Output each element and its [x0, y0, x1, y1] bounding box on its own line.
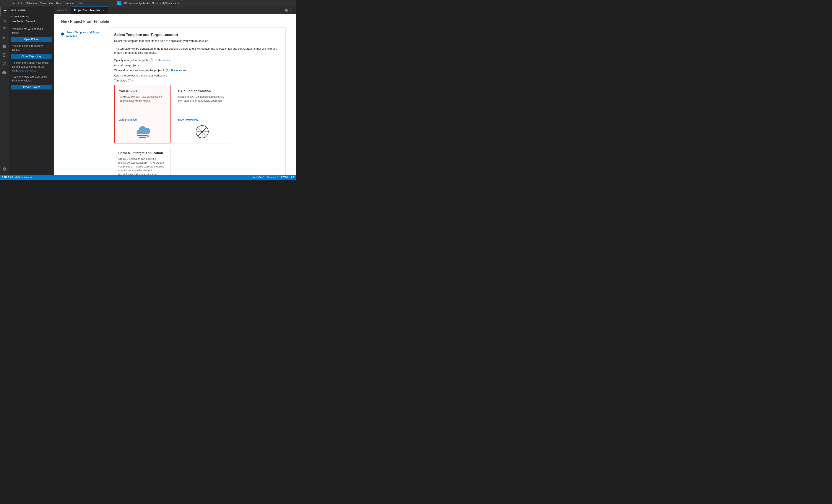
clone-repo-button[interactable]: Clone Repository — [11, 54, 52, 59]
open-preferences-link[interactable]: Preferences — [171, 69, 186, 72]
tab-project-label: Project From Template — [74, 9, 100, 12]
wizard-nav: Select Template and Target Location — [61, 27, 109, 175]
wizard-step-1: Select Template and Target Location — [61, 29, 109, 39]
cap-card-icon — [119, 124, 166, 139]
menu-go[interactable]: Go — [48, 0, 54, 6]
open-location-value: Open the project in a multi-root workspa… — [114, 74, 280, 77]
open-editors-label: Open Editors — [12, 15, 29, 18]
activity-scissors-icon[interactable] — [0, 59, 9, 68]
fiori-card-description: Create an SAPUI5 application using SAP F… — [178, 95, 226, 116]
required-indicator: * — [132, 79, 133, 82]
no-folder-header[interactable]: ▾ No Folder Opened — [9, 19, 54, 24]
activity-bar — [0, 6, 9, 175]
folder-path-label: Specify a target folder path — [114, 58, 148, 62]
menu-run[interactable]: Run — [54, 0, 62, 6]
read-docs-link[interactable]: read our docs — [19, 69, 35, 72]
status-right: Ln 1, Col 1 Spaces: 2 UTF-8 LF — [252, 176, 294, 179]
layout-icon[interactable] — [289, 8, 294, 12]
menu-help[interactable]: Help — [76, 0, 85, 6]
no-folder-title-label: No Folder Opened — [12, 20, 35, 23]
sidebar-header: Explorer ⋯ — [9, 6, 54, 14]
tab-welcome-label: Welcome — [57, 9, 68, 12]
tab-actions — [282, 6, 296, 14]
open-editors-chevron: ▾ — [10, 16, 12, 18]
menu-selection[interactable]: Selection — [24, 0, 38, 6]
wizard-layout: Select Template and Target Location Sele… — [61, 27, 286, 175]
split-editor-icon[interactable] — [284, 8, 289, 12]
open-editors-header[interactable]: ▾ Open Editors — [9, 14, 54, 19]
folder-path-help-icon[interactable]: ? — [150, 58, 153, 62]
status-sap: SAP BAS — [2, 176, 13, 179]
cap-project-card[interactable]: CAP Project Creates a new SAP Cloud Appl… — [114, 85, 171, 143]
activity-settings-icon[interactable] — [0, 165, 9, 173]
tab-welcome[interactable]: Welcome — [54, 6, 72, 14]
activity-source-control-icon[interactable] — [0, 25, 9, 33]
status-bar: SAP BAS MySpaceName Ln 1, Col 1 Spaces: … — [0, 175, 296, 180]
step-description-2: The template will be generated in the fo… — [114, 47, 280, 55]
menu-edit[interactable]: Edit — [16, 0, 24, 6]
menu-file[interactable]: File — [9, 0, 16, 6]
create-project-button[interactable]: Create Project — [11, 85, 52, 89]
folder-path-row: Specify a target folder path ? Preferenc… — [114, 58, 280, 62]
wizard-step-label: Select Template and Target Location — [66, 31, 109, 37]
menu-terminal[interactable]: Terminal — [62, 0, 76, 6]
open-editors-section: ▾ Open Editors — [9, 14, 54, 19]
sap-logo: S — [116, 1, 122, 6]
cap-card-description: Creates a new SAP Cloud Application Prog… — [119, 95, 166, 116]
cap-card-title: CAP Project — [119, 89, 166, 93]
no-folder-section: You have not yet opened a folder. Open F… — [9, 25, 54, 175]
activity-search-icon[interactable] — [0, 16, 9, 25]
menu-bar: File Edit Selection View Go Run Terminal… — [9, 0, 85, 6]
cap-more-info-link[interactable]: More Information — [119, 118, 166, 121]
sidebar-title: Explorer — [11, 9, 26, 12]
no-folder-text4: You can create a project using built-in … — [11, 75, 52, 83]
template-cards: CAP Project Creates a new SAP Cloud Appl… — [114, 85, 280, 175]
status-space: MySpaceName — [15, 176, 32, 179]
status-eol: LF — [291, 176, 294, 179]
status-left: SAP BAS MySpaceName — [2, 176, 32, 179]
mta-project-card[interactable]: Basic Multitarget Application Create a p… — [114, 147, 171, 175]
mta-card-title: Basic Multitarget Application — [118, 151, 166, 155]
wizard-content: Select Template and Target Location Sele… — [109, 27, 286, 175]
page-container: New Project From Template Select Templat… — [54, 14, 292, 175]
tab-close-icon[interactable]: × — [102, 9, 105, 12]
no-folder-chevron: ▾ — [10, 20, 12, 23]
sidebar-menu-icon[interactable]: ⋯ — [47, 8, 52, 13]
open-folder-button[interactable]: Open Folder — [11, 37, 52, 42]
fiori-more-info-link[interactable]: More Information — [178, 118, 226, 122]
svg-marker-13 — [208, 131, 210, 132]
tab-bar: Welcome Project From Template × — [54, 6, 296, 14]
open-location-label: Where do you want to open the project? — [114, 69, 164, 72]
menu-view[interactable]: View — [38, 0, 48, 6]
svg-marker-6 — [147, 135, 149, 137]
folder-preferences-link[interactable]: Preferences — [155, 58, 170, 62]
svg-marker-14 — [202, 124, 203, 126]
templates-help-icon[interactable]: ? — [128, 79, 131, 82]
no-folder-text1: You have not yet opened a folder. — [11, 27, 52, 35]
status-spaces: Spaces: 2 — [267, 176, 279, 179]
templates-label: Templates ? * — [114, 79, 280, 82]
activity-extensions-icon[interactable] — [0, 42, 9, 51]
svg-text:S: S — [118, 2, 119, 5]
folder-path-value: /home/user/projects — [114, 64, 280, 67]
wizard-step-dot — [61, 32, 64, 35]
page-title: New Project From Template — [61, 19, 286, 24]
window-title: SAP Business Application Studio - MySpac… — [122, 2, 179, 5]
svg-point-12 — [201, 131, 203, 133]
open-location-row: Where do you want to open the project? ?… — [114, 69, 280, 72]
editor-area: Welcome Project From Template × — [54, 6, 296, 175]
status-encoding: UTF-8 — [281, 176, 289, 179]
no-folder-text2: You can clone a repository locally. — [11, 44, 52, 52]
open-location-help-icon[interactable]: ? — [166, 69, 170, 72]
activity-remote-icon[interactable] — [0, 51, 9, 59]
activity-bar-bottom — [0, 165, 9, 175]
fiori-card-icon — [178, 124, 226, 139]
fiori-project-card[interactable]: SAP Fiori application Create an SAPUI5 a… — [174, 85, 230, 143]
mta-card-description: Create a project for developing a multit… — [118, 157, 166, 175]
title-bar: S File Edit Selection View Go Run Termin… — [0, 0, 296, 6]
activity-run-icon[interactable] — [0, 33, 9, 42]
activity-files-icon[interactable] — [0, 7, 9, 16]
tab-project-from-template[interactable]: Project From Template × — [72, 6, 108, 14]
step-description-1: Select the template that best fits the t… — [114, 39, 280, 43]
activity-deploy-icon[interactable] — [0, 68, 9, 77]
